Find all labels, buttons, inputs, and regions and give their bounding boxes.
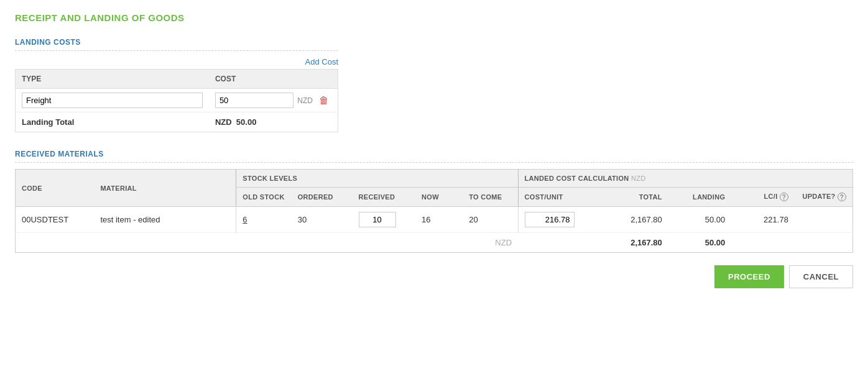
col-landing-header: LANDING: [668, 188, 732, 207]
row-cost-unit: [518, 207, 598, 233]
landing-total-row: Landing Total NZD 50.00: [16, 112, 338, 132]
lci-info-icon[interactable]: ?: [780, 193, 788, 201]
landing-costs-section: LANDING COSTS Add Cost TYPE COST NZD 🗑: [15, 38, 338, 132]
landing-cost-row: NZD 🗑: [16, 89, 338, 112]
proceed-button[interactable]: PROCEED: [714, 265, 784, 288]
landing-costs-table: TYPE COST NZD 🗑 Landing Total: [15, 69, 338, 132]
material-row: 00USDTEST test item - edited 6 30 16 20 …: [16, 207, 853, 233]
col-total-header: TOTAL: [598, 188, 668, 207]
add-cost-row: Add Cost: [15, 57, 338, 66]
col-update-header: UPDATE? ?: [795, 188, 853, 207]
received-materials-section: RECEIVED MATERIALS CODE MATERIAL STOCK L…: [15, 150, 853, 253]
materials-table: CODE MATERIAL STOCK LEVELS LANDED COST C…: [15, 169, 853, 253]
row-code: 00USDTEST: [16, 207, 95, 233]
landing-total-label: Landing Total: [16, 112, 209, 132]
col-type-header: TYPE: [16, 70, 209, 89]
totals-currency: NZD: [16, 233, 519, 253]
landing-costs-title: LANDING COSTS: [15, 38, 338, 51]
cost-input[interactable]: [215, 93, 293, 108]
type-input[interactable]: [22, 93, 203, 108]
totals-landing: 50.00: [668, 233, 732, 253]
page-title: RECEIPT AND LANDING OF GOODS: [15, 12, 853, 23]
footer-buttons: PROCEED CANCEL: [15, 265, 853, 288]
stock-levels-header: STOCK LEVELS: [236, 170, 518, 188]
row-lci: 221.78: [731, 207, 795, 233]
cost-unit-input[interactable]: [525, 212, 575, 227]
row-ordered: 30: [292, 207, 353, 233]
totals-total: 2,167.80: [598, 233, 668, 253]
old-stock-link[interactable]: 6: [242, 215, 247, 224]
col-to-come-header: TO COME: [463, 188, 518, 207]
col-ordered-header: ORDERED: [292, 188, 353, 207]
row-landing: 50.00: [668, 207, 732, 233]
cancel-button[interactable]: CANCEL: [789, 265, 853, 288]
lcc-header: LANDED COST CALCULATION NZD: [518, 170, 852, 188]
currency-label: NZD: [297, 96, 313, 105]
col-received-header: RECEIVED: [353, 188, 416, 207]
row-now: 16: [415, 207, 463, 233]
row-material: test item - edited: [94, 207, 236, 233]
col-old-stock-header: OLD STOCK: [236, 188, 292, 207]
update-info-icon[interactable]: ?: [838, 193, 846, 201]
col-cost-unit-header: COST/UNIT: [518, 188, 598, 207]
received-input[interactable]: [359, 212, 396, 227]
received-materials-title: RECEIVED MATERIALS: [15, 150, 853, 163]
materials-totals-row: NZD 2,167.80 50.00: [16, 233, 853, 253]
row-to-come: 20: [463, 207, 518, 233]
col-cost-header: COST: [209, 70, 338, 89]
col-lci-header: LC/I ?: [731, 188, 795, 207]
row-old-stock: 6: [236, 207, 292, 233]
add-cost-link[interactable]: Add Cost: [305, 57, 338, 66]
landing-total-value: NZD 50.00: [209, 112, 338, 132]
col-code-header: CODE: [16, 170, 95, 207]
col-now-header: NOW: [415, 188, 463, 207]
row-received: [353, 207, 416, 233]
row-update: [795, 207, 853, 233]
delete-row-button[interactable]: 🗑: [316, 95, 331, 106]
col-material-header: MATERIAL: [94, 170, 236, 207]
totals-cost-unit: [518, 233, 598, 253]
cost-input-wrap: NZD 🗑: [215, 93, 331, 108]
row-total: 2,167.80: [598, 207, 668, 233]
